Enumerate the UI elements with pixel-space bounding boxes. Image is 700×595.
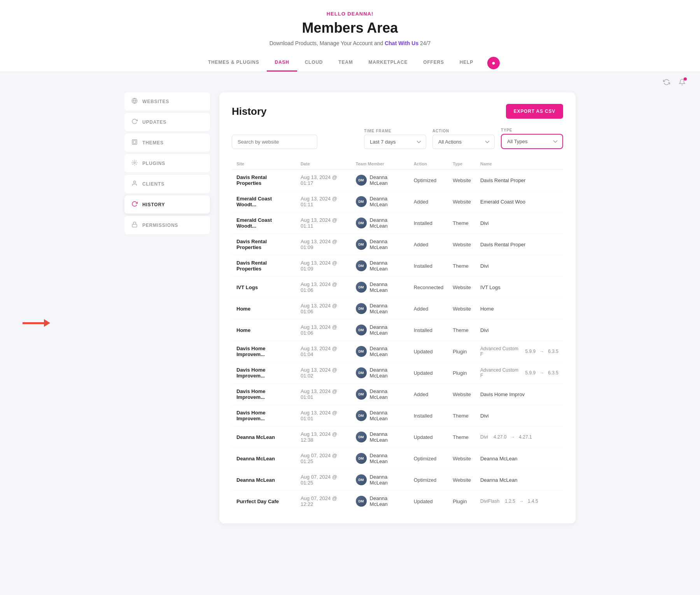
table-row: Deanna McLean Aug 13, 2024 @ 12:38 DM De…: [232, 427, 563, 448]
sidebar-item-websites[interactable]: WEBSITES: [124, 92, 210, 111]
time-frame-group: TIME FRAME Last 7 days Last 30 days Last…: [364, 129, 426, 149]
toolbar: [0, 72, 700, 92]
profile-icon: ●: [492, 60, 495, 67]
cell-type: Website: [448, 384, 476, 405]
cell-action: Optimized: [409, 448, 448, 469]
profile-button[interactable]: ●: [487, 57, 500, 69]
nav-help[interactable]: HELP: [452, 54, 481, 72]
cell-type: Website: [448, 191, 476, 212]
cell-type: Theme: [448, 212, 476, 234]
svg-point-5: [133, 181, 135, 183]
clients-icon: [131, 180, 138, 188]
cell-site: Emerald Coast Woodt...: [232, 212, 296, 234]
cell-date: Aug 07, 2024 @ 01:25: [296, 469, 351, 491]
cell-action: Updated: [409, 362, 448, 384]
subtitle-text: Download Products, Manage Your Account a…: [270, 40, 383, 46]
export-csv-button[interactable]: EXPORT AS CSV: [506, 104, 563, 119]
notification-button[interactable]: [677, 77, 688, 88]
cell-member: DM Deanna McLean: [351, 319, 409, 341]
globe-icon: [131, 98, 138, 105]
refresh-button[interactable]: [661, 77, 672, 88]
cell-name: Divi: [476, 212, 563, 234]
main-navigation: THEMES & PLUGINS DASH CLOUD TEAM MARKETP…: [8, 54, 692, 72]
sidebar-plugins-label: PLUGINS: [142, 161, 165, 166]
avatar: DM: [356, 367, 367, 378]
cell-action: Installed: [409, 319, 448, 341]
sidebar-clients-label: CLIENTS: [142, 181, 164, 187]
cell-site: Purrfect Day Cafe: [232, 491, 296, 512]
col-date: Date: [296, 158, 351, 170]
search-group: [232, 135, 317, 149]
cell-date: Aug 13, 2024 @ 01:06: [296, 298, 351, 319]
content-area: History EXPORT AS CSV TIME FRAME Last 7 …: [219, 92, 576, 523]
nav-dash[interactable]: DASH: [267, 54, 297, 72]
nav-marketplace[interactable]: MARKETPLACE: [361, 54, 416, 72]
sidebar-item-themes[interactable]: THEMES: [124, 133, 210, 152]
avatar: DM: [356, 410, 367, 421]
cell-name: Davis Rental Proper: [476, 234, 563, 255]
type-select[interactable]: All Types Website Theme Plugin: [501, 134, 563, 149]
cell-type: Plugin: [448, 341, 476, 362]
cell-site: Deanna McLean: [232, 469, 296, 491]
cell-action: Optimized: [409, 469, 448, 491]
cell-site: IVT Logs: [232, 277, 296, 298]
member-name: Deanna McLean: [370, 474, 404, 486]
sidebar-item-permissions[interactable]: PERMISSIONS: [124, 216, 210, 234]
table-row: Davis Home Improvem... Aug 13, 2024 @ 01…: [232, 405, 563, 427]
table-row: Home Aug 13, 2024 @ 01:06 DM Deanna McLe…: [232, 298, 563, 319]
cell-member: DM Deanna McLean: [351, 405, 409, 427]
cell-date: Aug 13, 2024 @ 01:06: [296, 277, 351, 298]
updates-icon: [131, 118, 138, 126]
member-name: Deanna McLean: [370, 303, 404, 314]
col-type: Type: [448, 158, 476, 170]
cell-name: Home: [476, 298, 563, 319]
cell-type: Theme: [448, 405, 476, 427]
svg-rect-2: [132, 140, 137, 144]
cell-member: DM Deanna McLean: [351, 469, 409, 491]
cell-action: Updated: [409, 341, 448, 362]
table-row: Purrfect Day Cafe Aug 07, 2024 @ 12:22 D…: [232, 491, 563, 512]
sidebar-item-clients[interactable]: CLIENTS: [124, 175, 210, 193]
cell-member: DM Deanna McLean: [351, 384, 409, 405]
action-select[interactable]: All Actions Optimized Added Installed Up…: [432, 135, 495, 149]
cell-site: Emerald Coast Woodt...: [232, 191, 296, 212]
cell-name: Advanced Custom F5.9.9→6.3.5: [476, 362, 563, 384]
sidebar-item-updates[interactable]: UPDATES: [124, 113, 210, 131]
time-frame-select[interactable]: Last 7 days Last 30 days Last 90 days: [364, 135, 426, 149]
cell-type: Website: [448, 469, 476, 491]
cell-member: DM Deanna McLean: [351, 191, 409, 212]
nav-offers[interactable]: OFFERS: [415, 54, 452, 72]
cell-member: DM Deanna McLean: [351, 491, 409, 512]
cell-site: Home: [232, 298, 296, 319]
chat-link[interactable]: Chat With Us: [385, 40, 418, 46]
nav-cloud[interactable]: CLOUD: [297, 54, 331, 72]
avatar: DM: [356, 282, 367, 293]
search-input[interactable]: [232, 135, 317, 149]
cell-site: Deanna McLean: [232, 427, 296, 448]
arrow-indicator: [23, 318, 54, 328]
cell-name: Divi4.27.0→4.27.1: [476, 427, 563, 448]
member-name: Deanna McLean: [370, 495, 404, 507]
avatar: DM: [356, 389, 367, 400]
member-name: Deanna McLean: [370, 410, 404, 421]
cell-action: Installed: [409, 405, 448, 427]
page-title: Members Area: [8, 20, 692, 36]
table-body: Davis Rental Properties Aug 13, 2024 @ 0…: [232, 170, 563, 512]
table-row: Deanna McLean Aug 07, 2024 @ 01:25 DM De…: [232, 469, 563, 491]
nav-themes-plugins[interactable]: THEMES & PLUGINS: [200, 54, 267, 72]
cell-name: IVT Logs: [476, 277, 563, 298]
sidebar-item-history[interactable]: HISTORY: [124, 195, 210, 214]
avatar: DM: [356, 325, 367, 335]
sidebar-item-plugins[interactable]: PLUGINS: [124, 154, 210, 172]
cell-action: Installed: [409, 255, 448, 277]
avatar: DM: [356, 260, 367, 271]
avatar: DM: [356, 432, 367, 442]
cell-member: DM Deanna McLean: [351, 341, 409, 362]
nav-team[interactable]: TEAM: [331, 54, 360, 72]
cell-member: DM Deanna McLean: [351, 277, 409, 298]
cell-action: Updated: [409, 491, 448, 512]
cell-member: DM Deanna McLean: [351, 362, 409, 384]
cell-date: Aug 13, 2024 @ 01:11: [296, 212, 351, 234]
member-name: Deanna McLean: [370, 217, 404, 229]
cell-name: Divi: [476, 405, 563, 427]
